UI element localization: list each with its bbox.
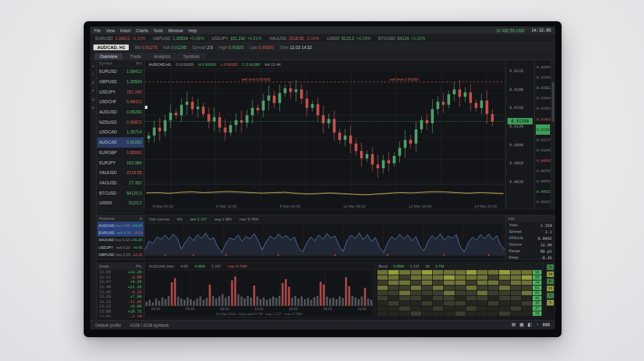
ladder-row[interactable]: 0.9182231	[536, 83, 550, 93]
menu-item[interactable]: Charts	[136, 28, 148, 33]
watchlist-row[interactable]: EURUSD1.08412	[97, 66, 144, 77]
position-row[interactable]: EURUSDsell 0.30-8.15	[97, 229, 144, 236]
ladder-row[interactable]: 0.909168	[536, 155, 550, 166]
scrollbar-thumb[interactable]	[552, 82, 554, 122]
ladder-row[interactable]: 0.906583	[536, 176, 550, 186]
text-tool-icon[interactable]: T	[92, 89, 95, 93]
stat-row: Ticks1 258	[506, 222, 554, 228]
stat-value: 0.0042	[538, 236, 552, 240]
ladder-row[interactable]: 0.911757	[536, 135, 550, 145]
position-row[interactable]: XAUUSDbuy 0.10+41.20	[97, 237, 144, 244]
menu-item[interactable]: Tools	[153, 28, 163, 33]
ladder-row[interactable]: 0.9104140	[536, 145, 550, 155]
watchlist-row[interactable]: EURGBP0.85691	[97, 148, 144, 158]
deal-row[interactable]: 13:58+14.20	[97, 269, 144, 275]
tick-volume-panel[interactable]: Tick volumeM1last 2 137avg 1 980max 9.76…	[144, 215, 506, 260]
ladder-price: 0.9156	[536, 106, 549, 110]
watchlist-symbol: USDJPY	[99, 90, 116, 94]
stat-key: Swap	[509, 255, 518, 259]
volume-header-field: 2 137	[211, 264, 221, 268]
deal-row[interactable]: 13:36-4.25	[97, 289, 144, 294]
fibonacci-icon[interactable]: ≡	[92, 81, 95, 84]
price-axis[interactable]: 0.92100.91800.91500.91200.90900.90600.90…	[506, 60, 535, 210]
ladder-row[interactable]: 0.903936	[536, 197, 550, 207]
menu-item[interactable]: Insert	[120, 28, 130, 33]
volume-panel[interactable]: AUDCAD ticks4:054.06M2 137max 9.76M 03:0…	[144, 262, 374, 318]
quote-symbol: GBPUSD	[153, 36, 171, 41]
status-icon[interactable]: ◔	[536, 322, 538, 327]
deal-row[interactable]: 13:15+5.60	[97, 304, 144, 309]
watchlist-row[interactable]: AUDUSD0.65283	[97, 107, 144, 117]
menu-items: FileViewInsertChartsToolsWindowHelp	[94, 28, 197, 33]
heatmap-cell	[411, 270, 421, 275]
ticker-quote[interactable]: XAUUSD2318.55-0.34%	[269, 36, 319, 41]
position-row[interactable]: GBPUSDbuy 0.25-12.30	[97, 251, 144, 259]
ticker-quote[interactable]: USDJPY151.242+0.21%	[212, 36, 261, 41]
deal-row[interactable]: 13:47+9.35	[97, 279, 144, 284]
ticker-quote[interactable]: US5005123.2+0.15%	[327, 36, 370, 41]
position-row[interactable]: AUDCADbuy 0.50+24.60	[97, 222, 144, 229]
menu-item[interactable]: Window	[168, 28, 183, 33]
main-chart-panel[interactable]: AUDCAD,H1 O 0.91620 H 0.91820 L 0.90520 …	[144, 60, 506, 210]
watchlist-row[interactable]: USDCAD1.35714	[97, 127, 144, 137]
position-row[interactable]: USDJPYsell 0.20+6.45	[97, 244, 144, 251]
ladder-row[interactable]: 0.916945	[536, 93, 550, 103]
tab-symbols[interactable]: Symbols	[178, 53, 205, 59]
status-icon[interactable]: ◧	[527, 322, 532, 327]
trendline-icon[interactable]: /	[93, 72, 94, 76]
shape-tool-icon[interactable]: ◎	[91, 97, 95, 101]
deal-row[interactable]: 13:51-6.80	[97, 275, 144, 280]
watchlist-row[interactable]: BTCUSD64120.0	[97, 188, 144, 198]
heatmap-header-field: 4.05M	[393, 264, 404, 268]
deal-row[interactable]: 13:29+7.90	[97, 294, 144, 299]
ladder-row[interactable]: 0.914392	[536, 113, 550, 124]
tab-overview[interactable]: Overview	[94, 53, 123, 59]
tab-trade[interactable]: Trade	[124, 53, 147, 59]
active-symbol-chip[interactable]: AUDCAD, H1	[93, 44, 129, 50]
crosshair-icon[interactable]: +	[92, 64, 95, 68]
watchlist-row[interactable]: EURJPY163.984	[97, 157, 144, 168]
tab-analytics[interactable]: Analytics	[148, 53, 176, 59]
menu-item[interactable]: Help	[188, 28, 196, 33]
deal-row[interactable]: 13:08+18.75	[97, 309, 144, 314]
deal-row[interactable]: 13:40+21.10	[97, 284, 144, 289]
heatmap-header-field: Book	[379, 264, 388, 268]
chart-low: L 0.90520	[220, 63, 237, 66]
watchlist-row[interactable]: USDJPY151.242	[97, 86, 144, 97]
ladder-row[interactable]: 0.9052201	[536, 186, 550, 197]
annotate-icon[interactable]: A	[91, 106, 94, 110]
position-symbol: GBPUSD	[99, 253, 114, 257]
ladder-row[interactable]: 0.9208124	[536, 62, 550, 72]
watchlist-row[interactable]: NZDUSD0.59872	[97, 117, 144, 127]
status-icon[interactable]: ▤	[511, 322, 516, 327]
tick-sparkline-chart[interactable]	[145, 223, 505, 257]
status-icon[interactable]: ▦	[520, 322, 524, 327]
deal-row[interactable]: 13:22-11.45	[97, 299, 144, 304]
deal-row[interactable]: 13:01-3.10	[97, 313, 144, 318]
volume-axis-label: 18:00	[323, 307, 332, 311]
heatmap-cell	[477, 296, 488, 300]
watchlist-row[interactable]: XAGUSD27.352	[97, 178, 144, 188]
heatmap-cell	[499, 291, 509, 295]
ladder-row[interactable]: 0.9156178	[536, 103, 550, 113]
ticker-quote[interactable]: GBPUSD1.26534+0.08%	[153, 36, 204, 41]
volume-bar-chart[interactable]	[145, 269, 373, 307]
ladder-row[interactable]: 0.9078119	[536, 166, 550, 176]
ticker-quote[interactable]: BTCUSD64120+1.02%	[378, 36, 425, 41]
watchlist-row[interactable]: USDCHF0.88421	[97, 97, 144, 107]
menu-item[interactable]: View	[106, 28, 115, 33]
chart-scrollbar[interactable]	[551, 60, 555, 210]
watchlist-row[interactable]: XAUUSD2318.55	[97, 168, 144, 178]
ticker-quote[interactable]: EURUSD1.08412-0.12%	[95, 36, 146, 41]
candlestick-chart[interactable]: sell limit 0.91920sell limit 0.91920	[145, 68, 505, 202]
ladder-row[interactable]: 0.919586	[536, 72, 550, 83]
watchlist-row[interactable]: GBPUSD1.26534	[97, 77, 144, 87]
ladder-row[interactable]: 0.9130305	[536, 124, 550, 135]
watchlist-row[interactable]: AUDCAD0.91280	[97, 137, 144, 148]
side-strip-cell: 6	[547, 278, 554, 284]
stat-row: Spread2.1	[506, 228, 554, 235]
menu-item[interactable]: File	[94, 28, 100, 33]
watchlist-row[interactable]: US5005123.2	[97, 198, 144, 208]
heatmap-cell	[499, 286, 509, 290]
heatmap-cell	[433, 286, 443, 290]
